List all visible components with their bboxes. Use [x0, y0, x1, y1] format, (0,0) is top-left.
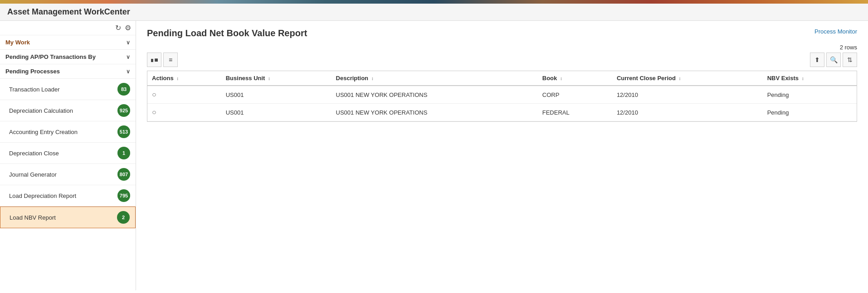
sidebar-item-transaction-loader[interactable]: Transaction Loader 83: [0, 79, 136, 100]
decorative-top-bar: [0, 0, 868, 4]
process-monitor-link[interactable]: Process Monitor: [814, 28, 857, 35]
pending-ap-chevron: ∨: [126, 54, 130, 60]
table-body: ○ US001 US001 NEW YORK OPERATIONS CORP 1…: [147, 86, 857, 121]
search-button[interactable]: 🔍: [826, 53, 841, 67]
col-header-book[interactable]: Book ↕: [538, 71, 612, 86]
table-toolbar: ∎■ ≡ ⬆ 🔍 ⇅: [147, 53, 857, 67]
cell-description-1: US001 NEW YORK OPERATIONS: [332, 104, 538, 121]
filter-icon: ≡: [169, 56, 172, 63]
cell-nbv-exists-1: Pending: [763, 104, 857, 121]
table-row: ○ US001 US001 NEW YORK OPERATIONS CORP 1…: [147, 86, 857, 104]
pending-processes-chevron: ∨: [126, 68, 130, 75]
filter-button[interactable]: ≡: [163, 53, 178, 67]
sidebar-item-label-depreciation-calculation: Depreciation Calculation: [9, 107, 73, 114]
app-header: Asset Management WorkCenter: [0, 4, 868, 21]
cell-nbv-exists-0: Pending: [763, 86, 857, 104]
col-header-current-close-period[interactable]: Current Close Period ↕: [612, 71, 763, 86]
cell-book-1: FEDERAL: [538, 104, 612, 121]
table-header-row: Actions ↕ Business Unit ↕ Description ↕: [147, 71, 857, 86]
sidebar-item-badge-depreciation-close: 1: [117, 147, 130, 159]
my-work-label: My Work: [5, 39, 30, 46]
sidebar-toolbar: ↻ ⚙: [0, 21, 136, 35]
col-header-description[interactable]: Description ↕: [332, 71, 538, 86]
header-right: Process Monitor: [814, 28, 857, 35]
sidebar-item-label-load-depreciation-report: Load Depreciation Report: [9, 192, 76, 199]
sidebar-item-badge-accounting-entry-creation: 513: [117, 125, 130, 138]
sidebar-item-depreciation-close[interactable]: Depreciation Close 1: [0, 143, 136, 164]
row-checkbox-0[interactable]: ○: [152, 91, 156, 98]
main-content: Pending Load Net Book Value Report Proce…: [136, 21, 868, 290]
sidebar-item-journal-generator[interactable]: Journal Generator 807: [0, 164, 136, 185]
sidebar-item-badge-load-nbv-report: 2: [117, 211, 130, 224]
pending-processes-label: Pending Processes: [5, 68, 60, 75]
sidebar: ↻ ⚙ My Work ∨ Pending AP/PO Transactions…: [0, 21, 136, 290]
col-header-business-unit[interactable]: Business Unit ↕: [221, 71, 332, 86]
sidebar-item-label-accounting-entry-creation: Accounting Entry Creation: [9, 129, 78, 135]
sidebar-item-badge-transaction-loader: 83: [117, 83, 130, 96]
data-table-container: Actions ↕ Business Unit ↕ Description ↕: [147, 71, 857, 122]
sort-button[interactable]: ⇅: [843, 53, 857, 67]
export-icon: ⬆: [814, 56, 820, 63]
cell-book-0: CORP: [538, 86, 612, 104]
grid-view-button[interactable]: ∎■: [147, 53, 161, 67]
sidebar-item-badge-journal-generator: 807: [117, 168, 130, 181]
refresh-icon[interactable]: ↻: [115, 24, 121, 32]
sort-arrows-nbv-exists: ↕: [802, 76, 804, 81]
main-layout: ↻ ⚙ My Work ∨ Pending AP/PO Transactions…: [0, 21, 868, 290]
col-header-actions[interactable]: Actions ↕: [147, 71, 221, 86]
sort-icon: ⇅: [847, 56, 853, 63]
row-checkbox-1[interactable]: ○: [152, 108, 156, 116]
sort-arrows-actions: ↕: [176, 76, 179, 81]
search-icon: 🔍: [830, 56, 838, 63]
sidebar-item-badge-load-depreciation-report: 795: [117, 189, 130, 202]
content-header: Pending Load Net Book Value Report Proce…: [147, 28, 857, 38]
sidebar-item-label-journal-generator: Journal Generator: [9, 171, 57, 178]
my-work-section-header[interactable]: My Work ∨: [0, 35, 136, 50]
sidebar-item-label-load-nbv-report: Load NBV Report: [10, 214, 56, 221]
sort-arrows-business-unit: ↕: [268, 76, 270, 81]
cell-actions-1[interactable]: ○: [147, 104, 221, 121]
app-title: Asset Management WorkCenter: [7, 7, 130, 16]
cell-business-unit-0: US001: [221, 86, 332, 104]
rows-info: 2 rows: [147, 44, 857, 51]
sidebar-item-depreciation-calculation[interactable]: Depreciation Calculation 925: [0, 100, 136, 121]
table-toolbar-right: ⬆ 🔍 ⇅: [810, 53, 857, 67]
cell-business-unit-1: US001: [221, 104, 332, 121]
col-header-nbv-exists[interactable]: NBV Exists ↕: [763, 71, 857, 86]
cell-actions-0[interactable]: ○: [147, 86, 221, 104]
sidebar-collapse-handle[interactable]: ‖: [136, 147, 136, 165]
pending-ap-section-header[interactable]: Pending AP/PO Transactions By ∨: [0, 50, 136, 64]
sort-arrows-description: ↕: [371, 76, 374, 81]
grid-icon: ∎■: [150, 56, 158, 63]
cell-description-0: US001 NEW YORK OPERATIONS: [332, 86, 538, 104]
sidebar-item-load-nbv-report[interactable]: Load NBV Report 2: [0, 207, 136, 228]
export-button[interactable]: ⬆: [810, 53, 824, 67]
sidebar-item-accounting-entry-creation[interactable]: Accounting Entry Creation 513: [0, 121, 136, 143]
table-row: ○ US001 US001 NEW YORK OPERATIONS FEDERA…: [147, 104, 857, 121]
sort-arrows-book: ↕: [560, 76, 562, 81]
sidebar-item-label-transaction-loader: Transaction Loader: [9, 86, 60, 93]
table-header: Actions ↕ Business Unit ↕ Description ↕: [147, 71, 857, 86]
my-work-chevron: ∨: [126, 39, 130, 46]
table-toolbar-left: ∎■ ≡: [147, 53, 178, 67]
cell-current-close-period-0: 12/2010: [612, 86, 763, 104]
sidebar-item-badge-depreciation-calculation: 925: [117, 104, 130, 117]
pending-ap-label: Pending AP/PO Transactions By: [5, 53, 96, 60]
data-table: Actions ↕ Business Unit ↕ Description ↕: [147, 71, 857, 121]
settings-icon[interactable]: ⚙: [125, 24, 131, 32]
sidebar-item-load-depreciation-report[interactable]: Load Depreciation Report 795: [0, 185, 136, 207]
page-title: Pending Load Net Book Value Report: [147, 28, 307, 38]
sidebar-item-label-depreciation-close: Depreciation Close: [9, 150, 59, 157]
sort-arrows-current-close-period: ↕: [679, 76, 681, 81]
cell-current-close-period-1: 12/2010: [612, 104, 763, 121]
pending-processes-section-header[interactable]: Pending Processes ∨: [0, 64, 136, 79]
